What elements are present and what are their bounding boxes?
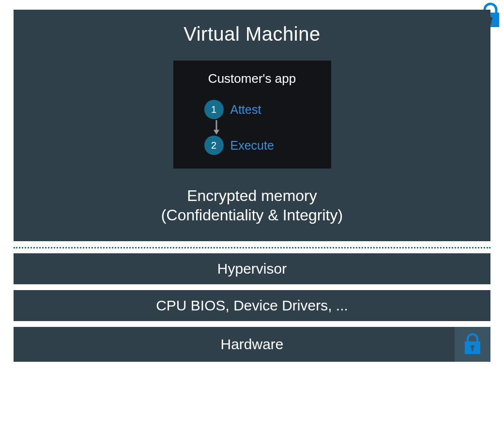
svg-rect-7 xyxy=(472,347,473,351)
encrypted-memory-text: Encrypted memory (Confidentiality & Inte… xyxy=(161,186,343,225)
layer-hardware-label: Hardware xyxy=(220,336,283,353)
step-number-2: 2 xyxy=(204,136,224,155)
step-label-attest: Attest xyxy=(230,103,261,117)
virtual-machine-panel: Virtual Machine Customer's app 1 Attest … xyxy=(14,10,490,241)
divider-dotted xyxy=(14,247,490,248)
encrypted-line2: (Confidentiality & Integrity) xyxy=(161,205,343,225)
customer-app-panel: Customer's app 1 Attest 2 Execute xyxy=(173,61,331,169)
step-number-1: 1 xyxy=(204,100,224,119)
layer-cpu-bios-label: CPU BIOS, Device Drivers, ... xyxy=(156,297,348,314)
step-execute: 2 Execute xyxy=(204,136,321,155)
layer-hypervisor-label: Hypervisor xyxy=(217,261,287,277)
app-title: Customer's app xyxy=(184,71,321,86)
lock-icon xyxy=(455,327,490,362)
svg-marker-4 xyxy=(214,130,219,135)
step-attest: 1 Attest xyxy=(204,100,321,119)
step-label-execute: Execute xyxy=(230,139,274,153)
layer-cpu-bios: CPU BIOS, Device Drivers, ... xyxy=(14,290,490,321)
vm-title: Virtual Machine xyxy=(183,23,320,45)
encrypted-line1: Encrypted memory xyxy=(161,186,343,205)
arrow-down-icon xyxy=(213,119,321,136)
layer-hypervisor: Hypervisor xyxy=(14,253,490,284)
layer-hardware: Hardware xyxy=(14,327,490,362)
